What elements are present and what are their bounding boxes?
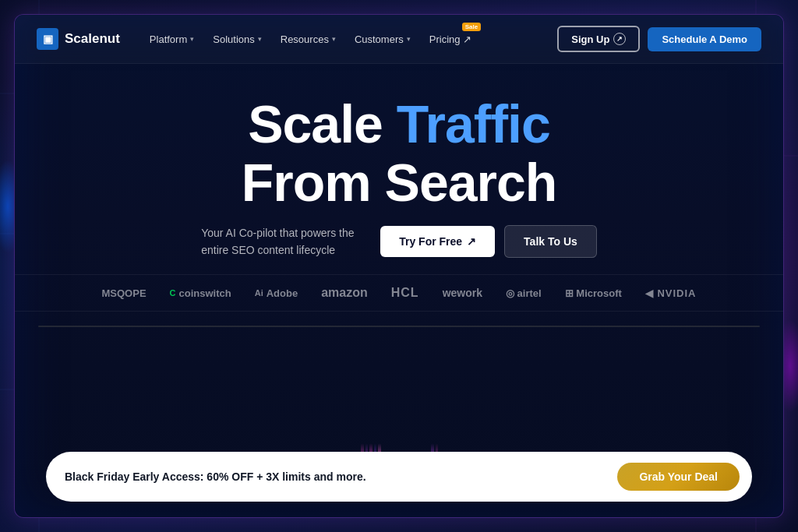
logo-airtel: ◎ airtel [506,287,542,299]
logo-hcl: HCL [391,286,419,300]
video-header: ▣ Main Video 2024 Scalenut ♡ ◷ ◁ [39,326,759,327]
logo-microsoft: ⊞ Microsoft [565,287,622,299]
navbar: ▣ Scalenut Platform ▾ Solutions ▾ Resour… [15,15,783,64]
arrow-up-right-icon: ↗ [467,235,476,248]
chevron-down-icon: ▾ [190,35,194,43]
logo-adobe: Ai Adobe [255,287,298,299]
background: ▣ Scalenut Platform ▾ Solutions ▾ Resour… [0,0,798,532]
logo[interactable]: ▣ Scalenut [37,28,120,50]
chevron-down-icon: ▾ [332,35,336,43]
nav-resources[interactable]: Resources ▾ [273,29,344,50]
nav-pricing[interactable]: Pricing ↗ Sale [422,29,479,50]
nav-platform[interactable]: Platform ▾ [142,29,202,50]
try-free-button[interactable]: Try For Free ↗ [380,226,495,257]
hero-title-line2: From Search [242,153,557,212]
logo-nvidia: ◀ NVIDIA [645,287,697,299]
talk-to-us-button[interactable]: Talk To Us [504,225,597,258]
logo-coinswitch: C coinswitch [170,287,231,299]
main-card: ▣ Scalenut Platform ▾ Solutions ▾ Resour… [14,14,784,518]
chevron-down-icon: ▾ [258,35,262,43]
hero-title-scale: Scale [248,94,397,153]
chevron-down-icon: ▾ [407,35,411,43]
hero-title: Scale Traffic From Search [242,95,557,212]
signup-button[interactable]: Sign Up ↗ [557,26,640,52]
logo-icon: ▣ [37,28,58,50]
arrow-up-right-icon: ↗ [613,33,626,45]
logo-amazon: amazon [321,286,368,300]
hero-title-traffic: Traffic [397,94,550,153]
hero-subtitle-area: Your AI Co-pilot that powers the entire … [201,224,597,259]
logo-msqope: MSQOPE [102,287,147,299]
nav-solutions[interactable]: Solutions ▾ [205,29,269,50]
logo-wework: wework [443,287,482,299]
hero-buttons: Try For Free ↗ Talk To Us [380,225,597,258]
banner-text: Black Friday Early Access: 60% OFF + 3X … [65,470,366,483]
logos-bar: MSQOPE C coinswitch Ai Adobe amazon HCL … [15,274,783,312]
bottom-banner: Black Friday Early Access: 60% OFF + 3X … [46,452,752,502]
nav-links: Platform ▾ Solutions ▾ Resources ▾ Custo… [142,29,542,50]
nav-customers[interactable]: Customers ▾ [347,29,418,50]
grab-deal-button[interactable]: Grab Your Deal [617,463,740,491]
video-card[interactable]: ▣ Main Video 2024 Scalenut ♡ ◷ ◁ [38,326,760,327]
hero-section: Scale Traffic From Search Your AI Co-pil… [15,64,783,274]
logo-text: Scalenut [65,31,120,47]
sale-badge: Sale [462,23,481,31]
hero-subtitle: Your AI Co-pilot that powers the entire … [201,224,357,259]
demo-button[interactable]: Schedule A Demo [648,27,761,51]
nav-actions: Sign Up ↗ Schedule A Demo [557,26,761,52]
